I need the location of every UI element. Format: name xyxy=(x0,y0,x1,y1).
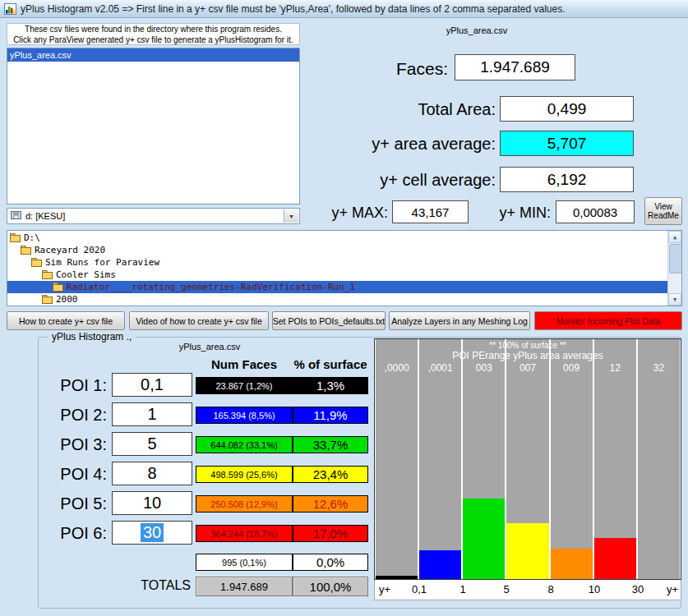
poi-label-1: POI 1: xyxy=(38,371,107,399)
chart-bar-6 xyxy=(594,538,636,579)
chart-axis-label: y+ xyxy=(667,583,678,595)
chart-bar-2 xyxy=(419,550,461,579)
poi-label-6: POI 6: xyxy=(38,519,107,547)
chart-bar-1 xyxy=(376,576,418,579)
poi-faces-cell-3: 644.082 (33,1%) xyxy=(196,436,293,453)
poi-faces-cell-1: 23.867 (1,2%) xyxy=(196,377,293,394)
chart-column-3 xyxy=(463,339,505,579)
poi-input-value: 30 xyxy=(141,523,164,542)
chart-column-2 xyxy=(419,339,461,579)
overflow-pct-cell: 0,0% xyxy=(293,554,368,571)
chart-axis-label: y+ xyxy=(379,583,390,595)
poi-label-4: POI 4: xyxy=(38,460,107,488)
poi-faces-cell-5: 250.508 (12,9%) xyxy=(196,495,293,513)
poi-pct-cell-5: 12,6% xyxy=(293,495,368,513)
poi-label-5: POI 5: xyxy=(38,490,107,517)
poi-input-2[interactable]: 1 xyxy=(112,402,192,426)
poi-pct-cell-3: 33,7% xyxy=(293,436,368,453)
chart-column-6 xyxy=(594,339,636,579)
poi-pct-cell-2: 11,9% xyxy=(293,407,368,424)
poi-pct-cell-6: 17,0% xyxy=(293,525,368,542)
chart-axis-label: 0,1 xyxy=(412,583,427,595)
poi-faces-cell-6: 364.244 (18,7%) xyxy=(196,525,293,542)
chart-plot-area xyxy=(374,338,681,580)
chart-column-7 xyxy=(638,339,680,579)
poi-label-2: POI 2: xyxy=(38,401,107,429)
poi-input-value: 8 xyxy=(147,464,156,483)
app-window: yPlus Histogram v2.05 => First line in a… xyxy=(0,0,688,616)
poi-input-4[interactable]: 8 xyxy=(112,462,192,485)
poi-label-3: POI 3: xyxy=(38,430,107,458)
poi-input-3[interactable]: 5 xyxy=(112,432,192,456)
totals-pct-value: 100,0% xyxy=(293,577,368,596)
poi-input-value: 10 xyxy=(143,494,161,513)
chart-axis-label: 5 xyxy=(503,583,509,595)
chart-bar-5 xyxy=(551,549,593,579)
poi-faces-cell-4: 498.599 (25,6%) xyxy=(196,466,293,483)
overflow-faces-cell: 995 (0,1%) xyxy=(196,554,293,571)
totals-label: TOTALS xyxy=(99,578,191,593)
chart-column-5 xyxy=(551,339,593,579)
poi-faces-cell-2: 165.394 (8,5%) xyxy=(196,407,293,424)
chart-column-4 xyxy=(506,339,548,579)
poi-pct-cell-1: 1,3% xyxy=(293,377,368,394)
poi-input-value: 0,1 xyxy=(141,375,164,394)
totals-faces-value: 1.947.689 xyxy=(196,577,293,596)
poi-input-1[interactable]: 0,1 xyxy=(112,373,192,397)
chart-bar-3 xyxy=(463,499,505,579)
poi-input-value: 1 xyxy=(147,405,156,424)
yplus-histogram-chart: ** 100% of surface ** POI PErange yPlus … xyxy=(374,338,681,600)
chart-bar-4 xyxy=(506,523,548,579)
poi-input-5[interactable]: 10 xyxy=(112,491,192,515)
chart-axis-label: 10 xyxy=(589,583,600,595)
chart-axis-label: 1 xyxy=(459,583,465,595)
chart-column-1 xyxy=(376,339,418,579)
poi-input-value: 5 xyxy=(147,434,156,453)
chart-axis-label: 30 xyxy=(632,583,644,595)
chart-x-axis: y+0,11581030y+ xyxy=(374,580,681,600)
poi-input-6[interactable]: 30 xyxy=(112,521,192,545)
chart-axis-label: 8 xyxy=(547,583,553,595)
poi-pct-cell-4: 23,4% xyxy=(293,466,368,483)
